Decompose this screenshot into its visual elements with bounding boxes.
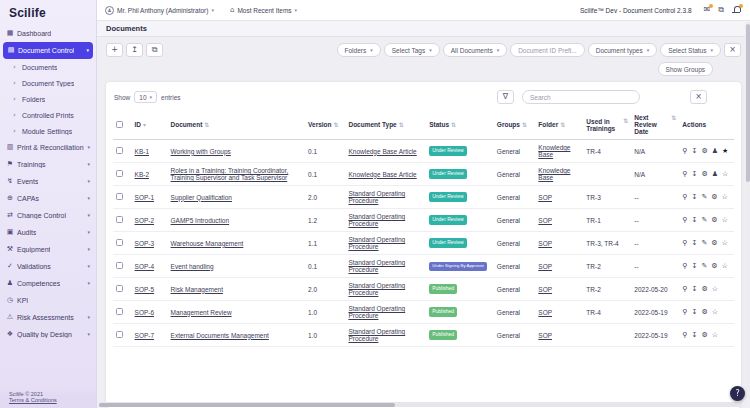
doc-id-link[interactable]: KB-2 [135,171,149,178]
gear-icon[interactable]: ⚙ [711,217,717,224]
show-groups-button[interactable]: Show Groups [658,62,713,76]
clear-filters-button[interactable]: × [724,43,741,57]
entries-select[interactable]: 10 ▾ [134,91,157,103]
doc-type-link[interactable]: Knowledge Base Article [348,148,416,155]
favorite-icon[interactable]: ☆ [722,240,728,247]
upload-document-button[interactable]: ↥ [126,43,143,57]
favorite-icon[interactable]: ☆ [722,171,728,178]
doc-name-link[interactable]: Working with Groups [171,148,231,155]
gear-icon[interactable]: ⚙ [701,286,707,293]
sort-icon[interactable]: ▾ [143,122,146,128]
document-id-prefix-input[interactable]: Document ID Prefi... [510,43,585,57]
sidebar-item-audits[interactable]: ▣ Audits ▾ [0,224,96,241]
all-documents-filter-dropdown[interactable]: All Documents ▾ [443,43,507,57]
folder-link[interactable]: SOP [538,332,552,339]
folder-link[interactable]: SOP [538,309,552,316]
folder-link[interactable]: SOP [538,263,552,270]
download-icon[interactable]: ↧ [692,240,698,247]
clear-search-button[interactable]: × [690,90,707,104]
gear-icon[interactable]: ⚙ [701,332,707,339]
sort-icon[interactable]: ⇅ [204,122,209,128]
favorite-icon[interactable]: ☆ [712,286,718,293]
add-document-button[interactable]: + [106,43,123,57]
sidebar-item-validations[interactable]: ✓ Validations ▾ [0,258,96,275]
view-icon[interactable]: ⚲ [682,240,687,247]
col-header-document[interactable]: Document [171,121,203,128]
col-header-status[interactable]: Status [429,121,449,128]
favorite-icon[interactable]: ☆ [712,332,718,339]
download-icon[interactable]: ↧ [692,171,698,178]
filter-funnel-button[interactable]: ∇ [497,90,514,104]
col-header-folder[interactable]: Folder [538,121,558,128]
sort-icon[interactable]: ⇅ [560,122,565,128]
assign-user-icon[interactable]: ♟ [712,171,718,178]
doc-type-link[interactable]: Standard Operating Procedure [348,259,405,273]
vertical-scrollbar[interactable] [745,22,750,398]
sidebar-item-quality-by-design[interactable]: ❖ Quality by Design ▾ [0,326,96,343]
apps-button[interactable]: ⧉ [718,6,724,14]
help-button[interactable]: ? [730,386,745,401]
col-header-version[interactable]: Version [308,121,331,128]
doc-name-link[interactable]: Event handling [171,263,214,270]
edit-icon[interactable]: ✎ [701,263,707,270]
sidebar-item-capas[interactable]: ⊕ CAPAs ▾ [0,190,96,207]
view-icon[interactable]: ⚲ [682,194,687,201]
search-input[interactable] [522,90,640,104]
select-all-checkbox[interactable] [116,121,123,128]
doc-type-link[interactable]: Standard Operating Procedure [348,213,405,227]
doc-name-link[interactable]: Roles in a Training: Training Coordinato… [171,167,289,181]
edit-icon[interactable]: ✎ [701,217,707,224]
doc-name-link[interactable]: Supplier Qualification [171,194,232,201]
scrollbar-thumb[interactable] [746,24,750,182]
doc-id-link[interactable]: SOP-4 [135,263,155,270]
sidebar-item-kpi[interactable]: ◷ KPI [0,292,96,309]
doc-type-link[interactable]: Standard Operating Procedure [348,236,405,250]
row-checkbox[interactable] [116,193,123,200]
terms-link[interactable]: Terms & Conditions [9,397,57,403]
view-icon[interactable]: ⚲ [682,309,687,316]
select-tags-filter-dropdown[interactable]: Select Tags ▾ [384,43,440,57]
horizontal-scrollbar[interactable] [99,402,742,407]
col-header-id[interactable]: ID [135,121,142,128]
doc-name-link[interactable]: Warehouse Management [171,240,244,247]
doc-id-link[interactable]: SOP-2 [135,217,155,224]
folder-link[interactable]: Knowledge Base [538,144,570,158]
row-checkbox[interactable] [116,285,123,292]
gear-icon[interactable]: ⚙ [701,171,707,178]
doc-id-link[interactable]: SOP-1 [135,194,155,201]
folder-link[interactable]: SOP [538,217,552,224]
view-icon[interactable]: ⚲ [682,217,687,224]
favorite-icon[interactable]: ★ [722,148,728,155]
folder-link[interactable]: SOP [538,286,552,293]
gear-icon[interactable]: ⚙ [711,240,717,247]
view-icon[interactable]: ⚲ [682,332,687,339]
col-header-groups[interactable]: Groups [497,121,520,128]
sidebar-item-dashboard[interactable]: ▦ Dashboard [0,25,96,42]
assign-user-icon[interactable]: ♟ [712,148,718,155]
doc-type-link[interactable]: Standard Operating Procedure [348,305,405,319]
edit-icon[interactable]: ✎ [701,240,707,247]
row-checkbox[interactable] [116,147,123,154]
scrollbar-thumb[interactable] [99,403,395,407]
doc-type-link[interactable]: Knowledge Base Article [348,171,416,178]
copy-document-button[interactable]: ⧉ [146,43,163,57]
gear-icon[interactable]: ⚙ [711,263,717,270]
folders-filter-dropdown[interactable]: Folders ▾ [337,43,381,57]
gear-icon[interactable]: ⚙ [701,148,707,155]
row-checkbox[interactable] [116,331,123,338]
sidebar-item-risk-assessments[interactable]: ⚠ Risk Assessments ▾ [0,309,96,326]
download-icon[interactable]: ↧ [692,263,698,270]
sort-icon[interactable]: ⇅ [334,122,339,128]
folder-link[interactable]: Knowledge Base [538,167,570,181]
doc-name-link[interactable]: Management Review [171,309,232,316]
doc-type-link[interactable]: Standard Operating Procedure [348,328,405,342]
favorite-icon[interactable]: ☆ [722,194,728,201]
sort-icon[interactable]: ⇅ [451,122,456,128]
edit-icon[interactable]: ✎ [701,194,707,201]
sidebar-item-documents[interactable]: › Documents [0,59,96,75]
select-status-filter-dropdown[interactable]: Select Status ▾ [660,43,721,57]
row-checkbox[interactable] [116,239,123,246]
row-checkbox[interactable] [116,216,123,223]
doc-name-link[interactable]: External Documents Management [171,332,269,339]
sidebar-item-events[interactable]: ↯ Events ▾ [0,173,96,190]
